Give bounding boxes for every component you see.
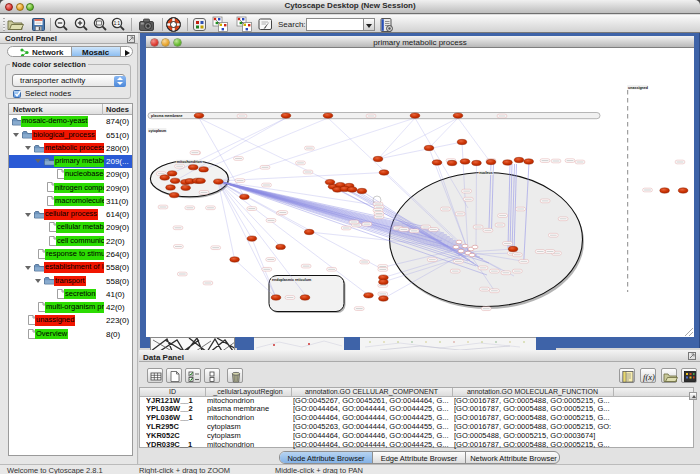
svg-text:mitochondrion: mitochondrion [177,160,202,164]
svg-text:cytoplasm: cytoplasm [149,129,167,133]
svg-text:nucleus: nucleus [479,171,493,175]
svg-text:1:1: 1:1 [114,21,121,26]
svg-text:unassigned: unassigned [628,86,648,90]
svg-text:endoplasmic reticulum: endoplasmic reticulum [272,278,311,282]
svg-text:f(x): f(x) [643,372,655,382]
svg-text:plasma membrane: plasma membrane [151,114,183,118]
